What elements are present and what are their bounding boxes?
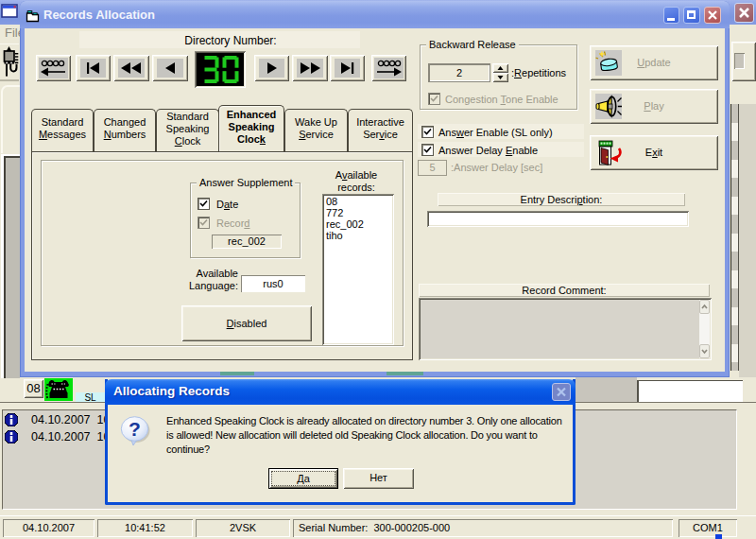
svg-text:?: ? [129,418,141,440]
